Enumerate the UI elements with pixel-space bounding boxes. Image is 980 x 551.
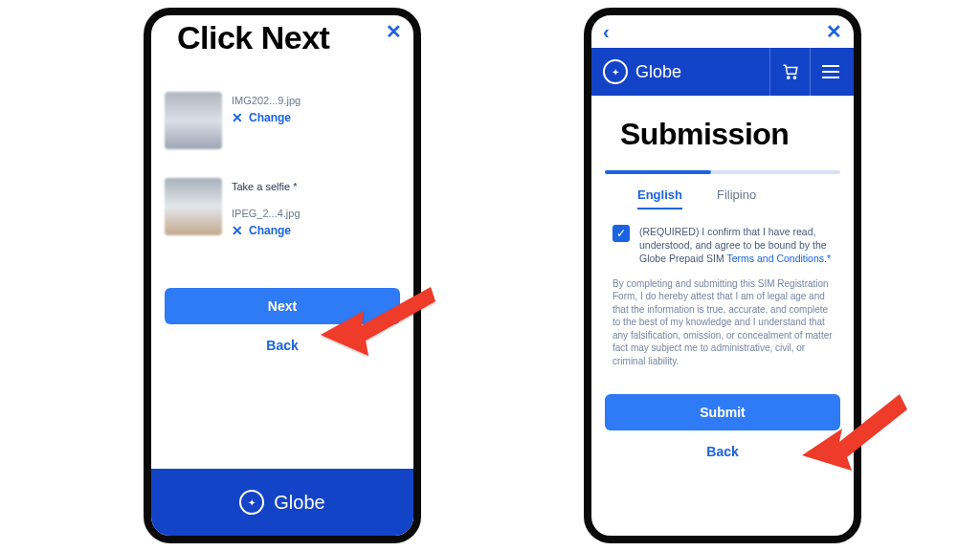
selfie-filename: IPEG_2...4.jpg xyxy=(232,208,400,219)
close-icon[interactable]: ✕ xyxy=(826,20,842,43)
selfie-thumb xyxy=(165,178,222,235)
svg-point-1 xyxy=(793,77,795,78)
menu-icon[interactable] xyxy=(810,48,850,96)
remove-selfie-icon[interactable]: ✕ xyxy=(232,223,243,238)
cart-icon[interactable] xyxy=(769,48,810,96)
svg-point-0 xyxy=(787,77,789,78)
change-selfie-link[interactable]: Change xyxy=(249,224,291,237)
footer-brand-bar: Globe xyxy=(151,469,413,536)
overlay-label-left: Click Next xyxy=(177,19,329,56)
svg-marker-2 xyxy=(321,287,435,356)
upload-id-row: IMG202...9.jpg ✕ Change xyxy=(151,86,413,155)
terms-link[interactable]: Terms and Conditions.* xyxy=(726,253,831,264)
consent-text: (REQUIRED) I confirm that I have read, u… xyxy=(639,225,833,266)
consent-row: ✓ (REQUIRED) I confirm that I have read,… xyxy=(591,217,854,270)
arrow-to-submit-icon xyxy=(794,381,909,486)
brand-text: Globe xyxy=(635,62,681,82)
upload-selfie-row: Take a selfie * IPEG_2...4.jpg ✕ Change xyxy=(151,172,413,244)
globe-logo-icon xyxy=(603,59,628,84)
selfie-label: Take a selfie * xyxy=(232,181,400,192)
tab-english[interactable]: English xyxy=(637,187,682,209)
globe-logo-icon xyxy=(239,490,264,515)
change-id-link[interactable]: Change xyxy=(249,111,291,124)
id-filename: IMG202...9.jpg xyxy=(232,95,400,106)
tab-filipino[interactable]: Filipino xyxy=(717,187,756,209)
topbar-right: ‹ ✕ xyxy=(591,15,854,48)
disclaimer-text: By completing and submitting this SIM Re… xyxy=(591,270,854,372)
consent-checkbox[interactable]: ✓ xyxy=(612,225,630,242)
overlay-label-right: Submission xyxy=(620,117,789,152)
close-icon[interactable]: ✕ xyxy=(386,20,402,43)
back-caret-icon[interactable]: ‹ xyxy=(603,21,610,43)
svg-marker-3 xyxy=(802,394,907,471)
progress-bar xyxy=(605,170,840,174)
id-photo-thumb xyxy=(165,92,222,149)
brand: Globe xyxy=(603,59,769,84)
language-tabs: English Filipino xyxy=(637,187,854,209)
footer-brand-text: Globe xyxy=(274,492,324,514)
remove-id-icon[interactable]: ✕ xyxy=(232,110,243,125)
arrow-to-next-icon xyxy=(316,268,440,373)
app-header: Globe xyxy=(591,48,854,96)
